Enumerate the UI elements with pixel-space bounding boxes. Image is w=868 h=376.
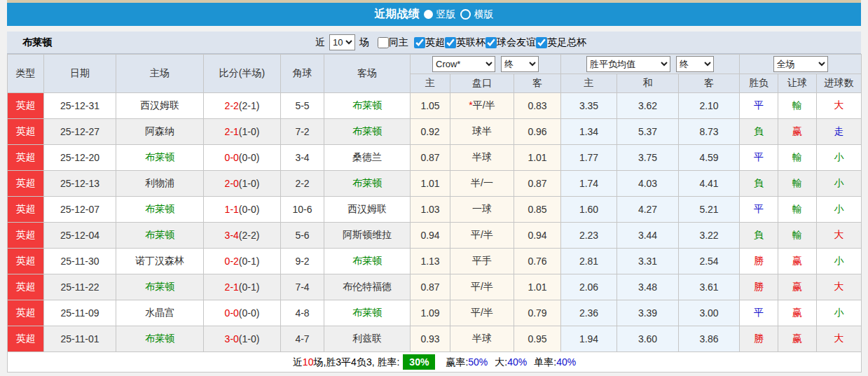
league-badge: 英超 bbox=[8, 119, 44, 145]
odds-company-select[interactable]: Crow* bbox=[432, 56, 495, 72]
mean-away: 3.61 bbox=[679, 274, 740, 300]
match-date: 25-12-07 bbox=[44, 197, 116, 223]
handicap: 球半 bbox=[450, 119, 514, 145]
home-team: 阿森纳 bbox=[116, 119, 204, 145]
odds-away: 0.94 bbox=[514, 223, 561, 249]
mean-draw: 3.62 bbox=[617, 93, 679, 119]
filter-toolbar: 布莱顿 近 10 场 同主 英超英联杯球会友谊英足总杯 bbox=[7, 32, 861, 54]
handicap: 平/半 bbox=[450, 223, 514, 249]
match-date: 25-11-01 bbox=[44, 326, 116, 352]
mean-home: 2.36 bbox=[561, 300, 617, 326]
corner-score: 4-7 bbox=[281, 326, 324, 352]
mean-draw: 3.44 bbox=[617, 223, 679, 249]
match-score: 0-0(0-0) bbox=[204, 300, 281, 326]
mean-away: 4.41 bbox=[679, 171, 740, 197]
result-handicap: 輸 bbox=[778, 93, 817, 119]
result-goals: 走 bbox=[817, 119, 862, 145]
games-count-select[interactable]: 10 bbox=[329, 34, 355, 50]
table-row: 英超25-12-13利物浦2-0(1-0)2-2布莱顿1.01半/一0.871.… bbox=[8, 171, 862, 197]
scope-select-group: 全场 bbox=[740, 55, 862, 74]
competition-checkbox[interactable] bbox=[536, 37, 547, 48]
mean-state-select[interactable]: 终 bbox=[676, 56, 714, 72]
near-label: 近 bbox=[315, 36, 325, 49]
result-goals: 小 bbox=[817, 300, 862, 326]
corner-score: 10-6 bbox=[281, 197, 324, 223]
home-team: 水晶宫 bbox=[116, 300, 204, 326]
radio-selected-icon[interactable] bbox=[424, 10, 433, 19]
handicap: 半/一 bbox=[450, 171, 514, 197]
odds-state-select[interactable]: 终 bbox=[501, 56, 539, 72]
competition-filter[interactable]: 球会友谊 bbox=[485, 36, 536, 49]
radio-unselected-icon[interactable] bbox=[460, 9, 471, 20]
competition-filter[interactable]: 英足总杯 bbox=[536, 36, 586, 49]
match-date: 25-12-04 bbox=[44, 223, 116, 249]
match-score: 2-1(1-0) bbox=[204, 119, 281, 145]
league-badge: 英超 bbox=[8, 145, 44, 171]
home-team: 布莱顿 bbox=[116, 145, 204, 171]
mean-home: 1.74 bbox=[561, 171, 617, 197]
mean-home: 2.06 bbox=[561, 274, 617, 300]
result-outcome: 負 bbox=[740, 223, 778, 249]
result-outcome: 負 bbox=[740, 119, 778, 145]
same-home-label[interactable]: 同主 bbox=[389, 36, 408, 49]
competition-filter[interactable]: 英联杯 bbox=[445, 36, 485, 49]
league-badge: 英超 bbox=[8, 223, 44, 249]
competition-label[interactable]: 英足总杯 bbox=[547, 36, 586, 49]
mean-draw: 5.37 bbox=[617, 119, 679, 145]
mean-home: 1.77 bbox=[561, 145, 617, 171]
away-team: 桑德兰 bbox=[324, 145, 411, 171]
col-header-score: 比分(半场) bbox=[204, 55, 281, 93]
result-outcome: 負 bbox=[740, 171, 778, 197]
corner-score: 7-2 bbox=[281, 119, 324, 145]
home-team: 诺丁汉森林 bbox=[116, 249, 204, 274]
vertical-layout-label[interactable]: 竖版 bbox=[436, 8, 456, 21]
result-goals: 小 bbox=[817, 197, 862, 223]
competition-checkbox[interactable] bbox=[414, 37, 425, 48]
odds-home: 0.93 bbox=[411, 326, 450, 352]
mean-home: 2.81 bbox=[561, 249, 617, 274]
same-home-filter[interactable]: 同主 bbox=[378, 36, 408, 49]
mean-away: 2.10 bbox=[679, 93, 740, 119]
scope-select[interactable]: 全场 bbox=[773, 56, 828, 72]
match-score: 2-2(2-1) bbox=[204, 93, 281, 119]
table-row: 英超25-11-22布莱顿2-1(0-1)7-4布伦特福德0.87平/半1.01… bbox=[8, 274, 862, 300]
mean-away: 4.59 bbox=[679, 145, 740, 171]
mean-away: 5.21 bbox=[679, 197, 740, 223]
subcol-handicap-result: 让球 bbox=[778, 74, 817, 93]
summary-big-label: 大: bbox=[495, 356, 507, 368]
competition-label[interactable]: 英超 bbox=[425, 36, 445, 49]
same-home-checkbox[interactable] bbox=[378, 37, 389, 48]
match-score: 1-1(0-0) bbox=[204, 197, 281, 223]
competition-label[interactable]: 英联杯 bbox=[456, 36, 485, 49]
table-row: 英超25-12-04布莱顿3-4(2-2)5-6阿斯顿维拉0.94平/半0.94… bbox=[8, 223, 862, 249]
corner-score: 2-2 bbox=[281, 171, 324, 197]
mean-type-select[interactable]: 胜平负均值 bbox=[586, 56, 670, 72]
odds-away: 0.83 bbox=[514, 93, 561, 119]
league-badge: 英超 bbox=[8, 249, 44, 274]
handicap: *平/半 bbox=[450, 93, 514, 119]
odds-away: 0.76 bbox=[514, 249, 561, 274]
games-suffix-label: 场 bbox=[359, 36, 369, 49]
home-team: 布莱顿 bbox=[116, 197, 204, 223]
result-goals: 大 bbox=[817, 93, 862, 119]
mean-home: 1.34 bbox=[561, 119, 617, 145]
odds-away: 1.01 bbox=[514, 145, 561, 171]
horizontal-layout-label[interactable]: 横版 bbox=[474, 8, 494, 21]
away-team: 利兹联 bbox=[324, 326, 411, 352]
competition-checkbox[interactable] bbox=[445, 37, 456, 48]
mean-away: 2.54 bbox=[679, 249, 740, 274]
competition-label[interactable]: 球会友谊 bbox=[497, 36, 536, 49]
result-handicap: 輸 bbox=[778, 223, 817, 249]
layout-option-vertical[interactable]: 竖版 bbox=[424, 8, 456, 21]
competition-filter[interactable]: 英超 bbox=[414, 36, 445, 49]
odds-home: 0.87 bbox=[411, 145, 450, 171]
result-outcome: 平 bbox=[740, 145, 778, 171]
competition-checkbox[interactable] bbox=[485, 37, 497, 48]
away-team: 布莱顿 bbox=[324, 119, 411, 145]
table-row: 英超25-12-31西汉姆联2-2(2-1)5-5布莱顿1.05*平/半0.83… bbox=[8, 93, 862, 119]
mean-away: 3.22 bbox=[679, 223, 740, 249]
layout-option-horizontal[interactable]: 横版 bbox=[460, 8, 494, 21]
away-team: 布莱顿 bbox=[324, 93, 411, 119]
odds-home: 0.92 bbox=[411, 119, 450, 145]
odds-home: 1.09 bbox=[411, 300, 450, 326]
